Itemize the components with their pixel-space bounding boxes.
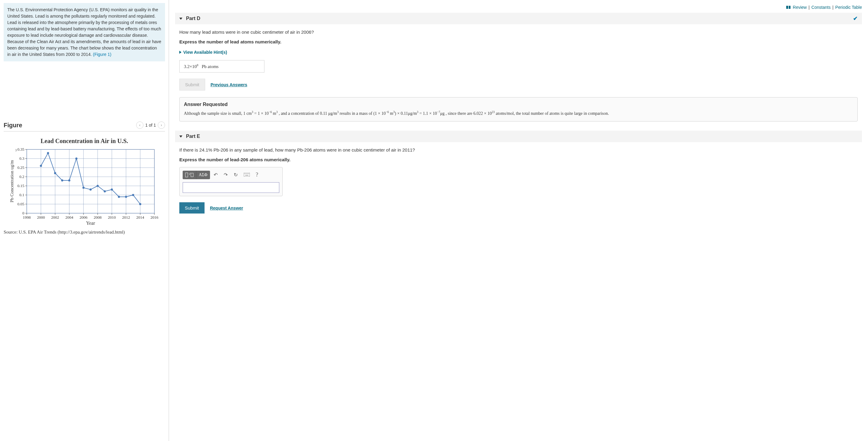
- check-icon: ✔: [853, 15, 858, 22]
- submit-button-d: Submit: [179, 79, 205, 91]
- part-d-question: How many lead atoms were in one cubic ce…: [175, 29, 862, 36]
- svg-rect-75: [191, 173, 193, 177]
- figure-nav: ‹ 1 of 1 ›: [136, 122, 165, 129]
- svg-text:2016: 2016: [150, 215, 159, 219]
- request-answer-link[interactable]: Request Answer: [210, 206, 243, 210]
- svg-text:2002: 2002: [51, 215, 59, 219]
- part-d-buttons: Submit Previous Answers: [175, 76, 862, 93]
- svg-text:2006: 2006: [79, 215, 88, 219]
- figure-counter: 1 of 1: [145, 123, 156, 128]
- book-icon: [786, 6, 790, 9]
- template-tool-button[interactable]: √: [183, 171, 196, 179]
- right-pane: Review | Constants | Periodic Table Part…: [169, 0, 868, 441]
- figure-next-button[interactable]: ›: [158, 122, 165, 129]
- left-pane: The U.S. Environmental Protection Agency…: [0, 0, 169, 441]
- part-e-buttons: Submit Request Answer: [175, 200, 862, 216]
- svg-text:0.1: 0.1: [19, 193, 24, 197]
- svg-point-70: [125, 196, 127, 198]
- part-e-header[interactable]: Part E: [175, 131, 862, 142]
- part-d-instruction: Express the number of lead atoms numeric…: [175, 38, 862, 45]
- answer-units: Pb atoms: [202, 64, 219, 69]
- svg-point-67: [104, 191, 106, 193]
- separator: |: [808, 5, 810, 10]
- svg-point-64: [82, 187, 85, 189]
- svg-point-69: [118, 196, 120, 198]
- svg-text:1998: 1998: [23, 215, 31, 219]
- svg-text:Year: Year: [86, 220, 95, 226]
- svg-point-72: [139, 203, 141, 205]
- svg-text:2000: 2000: [37, 215, 45, 219]
- constants-link[interactable]: Constants: [811, 5, 831, 10]
- separator: |: [832, 5, 834, 10]
- part-d-answer-box: 3.2×108 Pb atoms: [179, 60, 265, 73]
- svg-point-66: [96, 185, 98, 187]
- svg-text:0.2: 0.2: [19, 174, 24, 179]
- intro-box: The U.S. Environmental Protection Agency…: [4, 3, 165, 61]
- svg-text:0.25: 0.25: [17, 165, 24, 170]
- svg-rect-73: [185, 173, 188, 177]
- figure-heading: Figure: [4, 122, 22, 129]
- chevron-down-icon: [179, 135, 182, 138]
- greek-tool-button[interactable]: ΑΣΦ: [196, 171, 210, 179]
- review-link[interactable]: Review: [793, 5, 807, 10]
- svg-point-60: [54, 172, 56, 174]
- svg-text:0.35: 0.35: [17, 147, 24, 151]
- svg-point-61: [61, 179, 63, 182]
- math-toolbar: √ ΑΣΦ ↶ ↷ ↻ ?: [183, 170, 279, 179]
- svg-point-58: [40, 165, 42, 167]
- part-d-header[interactable]: Part D ✔: [175, 13, 862, 24]
- svg-text:2012: 2012: [122, 215, 130, 219]
- svg-rect-18: [27, 149, 154, 213]
- svg-rect-76: [244, 173, 250, 176]
- answer-prefix: 3.2×10: [184, 64, 197, 69]
- undo-icon[interactable]: ↶: [211, 171, 220, 179]
- top-links: Review | Constants | Periodic Table: [175, 3, 862, 13]
- help-icon[interactable]: ?: [253, 170, 261, 179]
- part-d-section: Part D ✔ How many lead atoms were in one…: [175, 13, 862, 122]
- svg-point-59: [47, 152, 49, 154]
- reset-icon[interactable]: ↻: [231, 171, 240, 179]
- part-e-instruction: Express the number of lead-206 atoms num…: [175, 156, 862, 163]
- svg-text:0.3: 0.3: [19, 156, 24, 161]
- svg-text:0.05: 0.05: [17, 202, 24, 206]
- figure-header: Figure ‹ 1 of 1 ›: [4, 119, 165, 132]
- view-hints-link[interactable]: View Available Hint(s): [175, 48, 862, 57]
- chart-svg: 1998200020022004200620082010201220142016…: [8, 146, 160, 228]
- svg-point-63: [75, 158, 77, 160]
- svg-point-65: [89, 189, 91, 191]
- svg-text:Pb Concentration ug/m: Pb Concentration ug/m: [9, 160, 14, 202]
- answer-input[interactable]: [183, 182, 279, 193]
- answer-input-area: √ ΑΣΦ ↶ ↷ ↻ ?: [179, 167, 283, 196]
- hints-label: View Available Hint(s): [183, 50, 227, 55]
- previous-answers-link[interactable]: Previous Answers: [211, 82, 247, 87]
- svg-point-71: [132, 194, 134, 196]
- keyboard-svg-icon: [244, 173, 250, 176]
- feedback-text: Although the sample size is small, 1 cm3…: [184, 110, 853, 117]
- chevron-down-icon: [179, 18, 182, 20]
- part-e-label: Part E: [186, 134, 200, 139]
- tool-group: √ ΑΣΦ: [183, 171, 210, 179]
- periodic-table-link[interactable]: Periodic Table: [835, 5, 862, 10]
- svg-point-68: [111, 189, 113, 191]
- svg-text:3: 3: [15, 148, 17, 152]
- chart-title: Lead Concentration in Air in U.S.: [4, 138, 165, 144]
- redo-icon[interactable]: ↷: [221, 171, 230, 179]
- part-e-section: Part E If there is 24.1% Pb-206 in any s…: [175, 131, 862, 216]
- keyboard-icon[interactable]: [241, 171, 252, 179]
- submit-button-e[interactable]: Submit: [179, 202, 205, 213]
- part-e-question: If there is 24.1% Pb-206 in any sample o…: [175, 146, 862, 154]
- feedback-box: Answer Requested Although the sample siz…: [179, 97, 858, 122]
- svg-point-62: [68, 179, 70, 182]
- feedback-title: Answer Requested: [184, 102, 853, 107]
- part-d-label: Part D: [186, 16, 200, 21]
- figure-link[interactable]: (Figure 1): [93, 52, 112, 57]
- chart-source: Source: U.S. EPA Air Trends (http://3.ep…: [4, 230, 165, 235]
- figure-prev-button[interactable]: ‹: [136, 122, 144, 129]
- svg-text:0: 0: [22, 211, 24, 215]
- chevron-right-icon: [179, 51, 181, 54]
- svg-text:2014: 2014: [136, 215, 144, 219]
- answer-exponent: 8: [197, 64, 198, 67]
- svg-text:2008: 2008: [94, 215, 101, 219]
- svg-text:√: √: [189, 172, 191, 175]
- chart-container: Lead Concentration in Air in U.S. 199820…: [4, 132, 165, 238]
